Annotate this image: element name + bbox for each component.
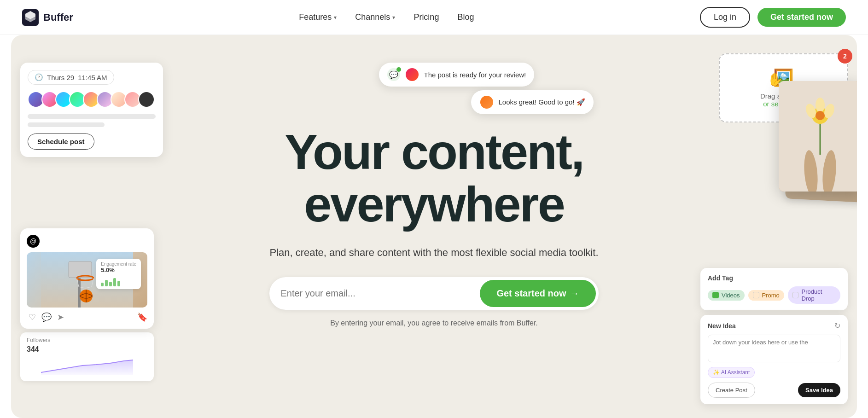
new-idea-actions: Create Post Save Idea [708,383,840,398]
new-idea-widget: New Idea ↻ ✨ AI Assistant Create Post Sa… [700,315,848,404]
bar-1 [101,283,104,286]
bar-2 [105,280,108,286]
svg-point-15 [816,98,825,112]
threads-icon: @ [27,235,40,248]
arrow-icon: → [570,288,579,299]
nav-features[interactable]: Features ▾ [299,12,337,22]
avatar-9 [138,91,155,108]
schedule-widget: 🕐 Thurs 29 11:45 AM Schedule post [20,63,163,157]
image-preview-1 [779,81,857,192]
cursor-hand-icon: ✋ [767,72,783,87]
heart-icon[interactable]: ♡ [29,312,36,322]
followers-count: 344 [27,345,147,354]
followers-label: Followers [27,337,147,343]
engagement-badge: Engagement rate 5.0% [96,259,141,289]
notification-bubble-1: 💬 The post is ready for your review! [379,63,535,87]
engagement-label: Engagement rate [101,261,136,267]
bookmark-icon[interactable]: 🔖 [137,312,147,322]
ai-assistant-button[interactable]: ✨ AI Assistant [708,367,755,378]
analytics-image: Engagement rate 5.0% [27,252,147,308]
chevron-down-icon: ▾ [334,14,337,21]
nav-pricing[interactable]: Pricing [414,12,439,22]
ai-assistant-container: ✨ AI Assistant [708,364,840,378]
social-actions: ♡ 💬 ➤ 🔖 [27,312,147,322]
online-dot [396,67,401,72]
save-idea-button[interactable]: Save Idea [798,383,840,397]
notification-bubble-2: Looks great! Good to go! 🚀 [471,90,594,114]
analytics-widget: @ [20,228,154,381]
tag-promo[interactable]: Promo [748,290,784,301]
add-tag-widget: Add Tag Videos Promo Product Drop [700,268,848,310]
comment-icon[interactable]: 💬 [41,312,52,322]
navbar: Buffer Features ▾ Channels ▾ Pricing Blo… [0,0,868,35]
nav-links: Features ▾ Channels ▾ Pricing Blog [299,12,474,22]
svg-point-16 [816,111,825,120]
chat-icon: 💬 [387,68,400,81]
engagement-value: 5.0% [101,267,136,273]
email-form: Get started now → [269,277,598,310]
svg-rect-8 [779,81,857,192]
schedule-line-2 [28,122,105,127]
avatars-row [28,91,156,108]
followers-chart [27,356,147,375]
tag-product-drop[interactable]: Product Drop [788,286,840,304]
analytics-card: @ [20,228,154,329]
add-tag-title: Add Tag [708,274,840,282]
email-input[interactable] [280,280,480,307]
mini-chart [101,275,136,286]
new-idea-header: New Idea ↻ [708,321,840,330]
bar-5 [117,281,120,286]
chevron-down-icon: ▾ [392,14,395,21]
hero-subtitle: Plan, create, and share content with the… [269,247,598,259]
new-idea-textarea[interactable] [708,335,840,362]
dragdrop-widget: 🖼️ Drag and drop, or select files 2 [719,53,848,122]
nav-actions: Log in Get started now [700,7,846,28]
hero-disclaimer: By entering your email, you agree to rec… [269,319,598,327]
notification-avatar-1 [405,67,419,82]
schedule-time: 🕐 Thurs 29 11:45 AM [28,70,114,85]
schedule-post-button[interactable]: Schedule post [28,134,94,150]
tag-promo-checkbox [753,292,759,298]
clock-icon: 🕐 [35,73,43,81]
hero-content: Your content, everywhere Plan, create, a… [260,107,607,346]
logo[interactable]: Buffer [22,9,73,26]
bar-3 [109,282,112,286]
tag-product-checkbox [792,292,799,298]
tag-videos-checkbox [712,292,719,298]
hero-title: Your content, everywhere [269,126,598,230]
new-idea-title: New Idea [708,322,736,330]
drag-badge: 2 [838,49,852,64]
flower-svg [779,81,857,192]
share-icon[interactable]: ➤ [57,312,64,322]
hero-section: 💬 The post is ready for your review! Loo… [11,35,857,418]
schedule-date: Thurs 29 [47,74,74,81]
tag-videos[interactable]: Videos [708,290,745,301]
refresh-icon[interactable]: ↻ [834,321,840,330]
followers-section: Followers 344 [20,332,154,381]
schedule-line-1 [28,114,156,119]
schedule-time-value: 11:45 AM [78,74,107,81]
nav-channels[interactable]: Channels ▾ [355,12,395,22]
bottom-right-widgets: Add Tag Videos Promo Product Drop New [700,268,848,404]
nav-blog[interactable]: Blog [457,12,474,22]
svg-rect-4 [69,261,92,278]
schedule-lines [28,114,156,127]
get-started-nav-button[interactable]: Get started now [757,8,846,27]
create-post-button[interactable]: Create Post [708,383,755,398]
login-button[interactable]: Log in [700,7,750,28]
bar-4 [113,278,116,286]
notification-text-2: Looks great! Good to go! 🚀 [499,98,585,106]
get-started-hero-button[interactable]: Get started now → [480,280,595,307]
tags-row: Videos Promo Product Drop [708,286,840,304]
notification-text-1: The post is ready for your review! [424,71,526,79]
notification-avatar-2 [479,95,494,110]
